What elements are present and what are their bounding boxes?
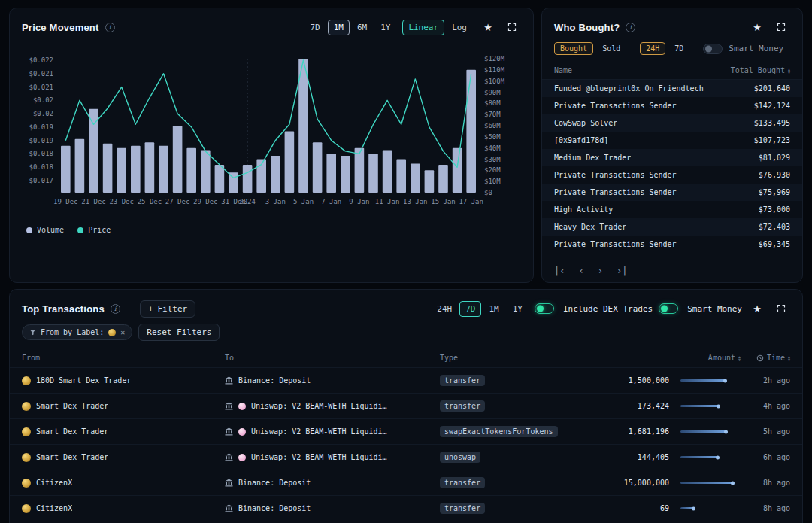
svg-text:$0.017: $0.017	[29, 177, 53, 184]
range-1m-button[interactable]: 1M	[483, 301, 504, 317]
range-6m-button[interactable]: 6M	[351, 20, 373, 35]
bought-filter-button[interactable]: Bought	[554, 42, 593, 55]
smart-money-toggle[interactable]	[703, 44, 723, 54]
wallet-label[interactable]: Private Transactions Sender	[554, 171, 677, 179]
who-bought-row[interactable]: Funded @blueprint0x On Friendtech$201,64…	[542, 80, 802, 97]
svg-text:23 Dec: 23 Dec	[109, 198, 134, 205]
to-cell[interactable]: Uniswap: V2 BEAM-WETH Liquidi…	[225, 453, 440, 461]
range-24h-button[interactable]: 24H	[640, 42, 665, 55]
bank-icon	[225, 504, 233, 512]
wallet-label[interactable]: Medium Dex Trader	[554, 154, 631, 162]
from-cell[interactable]: 180D Smart Dex Trader	[22, 376, 225, 385]
wallet-label[interactable]: CowSwap Solver	[554, 119, 617, 127]
column-time[interactable]: Time ▲▼	[756, 354, 790, 362]
smart-money-label: Smart Money	[729, 44, 783, 53]
column-total-bought[interactable]: Total Bought ▲▼	[731, 66, 790, 74]
svg-text:$100M: $100M	[484, 78, 505, 85]
reset-filters-button[interactable]: Reset Filters	[138, 324, 220, 341]
range-7d-button[interactable]: 7D	[304, 20, 326, 35]
wallet-label[interactable]: Private Transactions Sender	[554, 240, 677, 248]
column-amount[interactable]: Amount ▲▼	[708, 354, 741, 362]
expand-icon[interactable]	[772, 300, 790, 318]
wallet-label[interactable]: [0x9afd178d]	[554, 136, 608, 144]
transaction-row[interactable]: Smart Dex TraderUniswap: V2 BEAM-WETH Li…	[10, 418, 802, 444]
column-from[interactable]: From	[22, 354, 225, 362]
scale-linear-button[interactable]: Linear	[402, 20, 444, 35]
who-bought-row[interactable]: CowSwap Solver$133,495	[542, 114, 802, 132]
from-label: 180D Smart Dex Trader	[36, 376, 131, 385]
scale-log-button[interactable]: Log	[446, 20, 473, 35]
svg-text:$60M: $60M	[484, 122, 501, 129]
favorite-star-icon[interactable]: ★	[479, 18, 497, 36]
column-name[interactable]: Name	[554, 66, 572, 74]
info-icon[interactable]: i	[626, 23, 635, 32]
transaction-type-badge: transfer	[440, 477, 485, 488]
to-cell[interactable]: Binance: Deposit	[225, 376, 440, 385]
to-cell[interactable]: Uniswap: V2 BEAM-WETH Liquidi…	[225, 427, 440, 436]
range-7d-button[interactable]: 7D	[459, 301, 481, 317]
who-bought-row[interactable]: [0x9afd178d]$107,723	[542, 132, 802, 149]
who-bought-filters: Bought Sold 24H 7D Smart Money	[542, 42, 802, 62]
price-chart-svg[interactable]: $0.022$0.021$0.021$0.02$0.02$0.019$0.019…	[21, 45, 522, 220]
wallet-label[interactable]: Heavy Dex Trader	[554, 223, 626, 231]
to-label: Uniswap: V2 BEAM-WETH Liquidi…	[251, 427, 387, 436]
svg-text:$0.019: $0.019	[29, 123, 53, 131]
wallet-label[interactable]: Private Transactions Sender	[554, 188, 677, 196]
who-bought-table-body: Funded @blueprint0x On Friendtech$201,64…	[542, 80, 802, 253]
transaction-row[interactable]: Smart Dex TraderUniswap: V2 BEAM-WETH Li…	[10, 393, 802, 418]
smart-money-toggle[interactable]	[659, 303, 678, 314]
wallet-label[interactable]: High Activity	[554, 205, 613, 214]
favorite-star-icon[interactable]: ★	[748, 18, 766, 36]
expand-icon[interactable]	[503, 18, 521, 36]
range-1y-button[interactable]: 1Y	[374, 20, 396, 35]
last-page-button[interactable]: ›|	[617, 266, 627, 276]
from-cell[interactable]: CitizenX	[22, 479, 225, 488]
amount-bar	[680, 507, 733, 509]
info-icon[interactable]: i	[111, 304, 120, 314]
time-value: 6h ago	[763, 453, 790, 461]
close-icon[interactable]: ✕	[120, 328, 125, 336]
transaction-row[interactable]: CitizenXBinance: Deposittransfer698h ago	[10, 495, 802, 521]
who-bought-row[interactable]: Private Transactions Sender$76,930	[542, 166, 802, 184]
sold-filter-button[interactable]: Sold	[596, 42, 626, 55]
amount-bar-fill	[680, 379, 726, 382]
to-cell[interactable]: Binance: Deposit	[225, 504, 440, 512]
range-24h-button[interactable]: 24H	[431, 301, 458, 317]
who-bought-row[interactable]: Heavy Dex Trader$72,403	[542, 218, 802, 236]
total-bought-value: $76,930	[759, 171, 790, 179]
transaction-row[interactable]: CitizenXBinance: Deposittransfer15,000,0…	[10, 470, 802, 495]
wallet-label[interactable]: Funded @blueprint0x On Friendtech	[554, 84, 704, 93]
total-bought-value: $133,495	[754, 119, 790, 127]
who-bought-row[interactable]: Private Transactions Sender$142,124	[542, 97, 802, 114]
prev-page-button[interactable]: ‹	[578, 266, 583, 276]
range-1y-button[interactable]: 1Y	[507, 301, 529, 317]
svg-text:19 Dec: 19 Dec	[53, 198, 78, 205]
who-bought-row[interactable]: Private Transactions Sender$75,969	[542, 184, 802, 201]
who-bought-row[interactable]: High Activity$73,000	[542, 201, 802, 218]
from-cell[interactable]: Smart Dex Trader	[22, 453, 225, 462]
to-cell[interactable]: Uniswap: V2 BEAM-WETH Liquidi…	[225, 402, 440, 410]
column-to[interactable]: To	[225, 354, 440, 362]
filter-chip-from-by-label[interactable]: From by Label: ✕	[22, 324, 132, 340]
transaction-row[interactable]: 180D Smart Dex TraderBinance: Deposittra…	[10, 367, 802, 393]
expand-icon[interactable]	[772, 18, 790, 36]
transaction-row[interactable]: Smart Dex TraderUniswap: V2 BEAM-WETH Li…	[10, 444, 802, 470]
column-amount-label: Amount	[708, 354, 735, 362]
wallet-label[interactable]: Private Transactions Sender	[554, 102, 677, 110]
info-icon[interactable]: i	[105, 23, 115, 32]
next-page-button[interactable]: ›	[598, 266, 603, 276]
who-bought-row[interactable]: Medium Dex Trader$81,029	[542, 149, 802, 166]
who-bought-row[interactable]: Private Transactions Sender$69,345	[542, 236, 802, 253]
favorite-star-icon[interactable]: ★	[748, 300, 766, 318]
include-dex-trades-toggle[interactable]	[535, 303, 554, 314]
column-type[interactable]: Type	[440, 354, 617, 362]
range-1m-button[interactable]: 1M	[328, 20, 350, 35]
from-cell[interactable]: CitizenX	[22, 504, 225, 513]
range-7d-button[interactable]: 7D	[668, 42, 689, 55]
transaction-type-badge: transfer	[440, 400, 485, 412]
from-cell[interactable]: Smart Dex Trader	[22, 427, 225, 436]
from-cell[interactable]: Smart Dex Trader	[22, 402, 225, 411]
to-cell[interactable]: Binance: Deposit	[225, 479, 440, 487]
add-filter-button[interactable]: + Filter	[140, 300, 195, 318]
first-page-button[interactable]: |‹	[554, 266, 565, 276]
